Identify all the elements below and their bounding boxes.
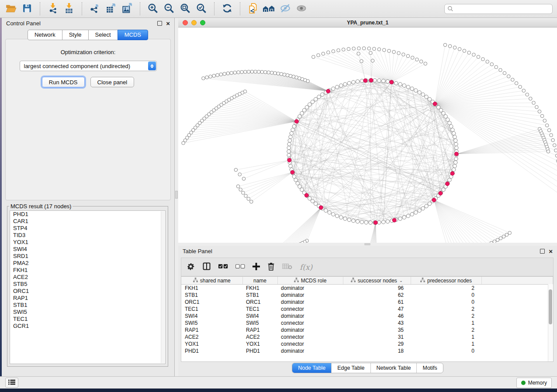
search-input[interactable] — [444, 4, 553, 14]
table-cell[interactable]: FKH1 — [242, 285, 277, 292]
mcds-result-item[interactable]: SRD1 — [10, 253, 165, 260]
tab-mcds[interactable]: MCDS — [118, 30, 148, 40]
table-cell[interactable]: 62 — [343, 292, 411, 299]
hide-selected-button[interactable] — [279, 2, 292, 15]
mcds-result-item[interactable]: STB1 — [10, 302, 165, 309]
zoom-selected-button[interactable] — [195, 2, 208, 15]
mcds-result-item[interactable]: RAP1 — [10, 295, 165, 302]
table-cell[interactable]: FKH1 — [181, 285, 242, 292]
table-cell[interactable]: connector — [277, 334, 343, 340]
table-row[interactable]: TEC1TEC1connector472 — [181, 306, 553, 313]
mcds-result-item[interactable]: SWI4 — [10, 246, 165, 253]
close-panel-button[interactable]: Close panel — [90, 77, 135, 87]
column-header-shared-name[interactable]: shared name — [181, 277, 242, 285]
table-cell[interactable]: connector — [277, 306, 343, 313]
zoom-out-button[interactable] — [163, 2, 176, 15]
splitter-grip[interactable] — [364, 243, 370, 245]
table-cell[interactable]: PHD1 — [242, 347, 277, 354]
mcds-result-item[interactable]: PMA2 — [10, 260, 165, 267]
apply-layout-button[interactable] — [221, 2, 234, 15]
table-scrollbar-thumb[interactable] — [549, 289, 552, 324]
export-table-button[interactable] — [104, 2, 118, 15]
table-cell[interactable]: PHD1 — [181, 347, 242, 354]
new-network-from-selection-button[interactable] — [246, 2, 259, 15]
table-cell[interactable]: RAP1 — [181, 327, 242, 334]
table-cell[interactable]: dominator — [277, 292, 343, 299]
table-cell[interactable]: TEC1 — [181, 306, 242, 313]
tab-edge-table[interactable]: Edge Table — [331, 363, 370, 373]
table-cell[interactable]: 47 — [343, 306, 411, 313]
table-cell[interactable]: dominator — [277, 299, 343, 306]
table-cell[interactable]: TEC1 — [242, 306, 277, 313]
table-cell[interactable]: 0 — [411, 299, 481, 306]
memory-button[interactable]: Memory — [516, 378, 552, 388]
zoom-in-button[interactable] — [146, 2, 159, 15]
mcds-result-item[interactable]: CAR1 — [10, 218, 165, 225]
tab-node-table[interactable]: Node Table — [292, 363, 331, 373]
show-columns-button[interactable] — [202, 262, 211, 272]
close-panel-icon[interactable]: × — [166, 21, 170, 26]
table-cell[interactable]: SWI4 — [242, 313, 277, 320]
table-settings-button[interactable] — [187, 262, 195, 272]
table-cell[interactable]: 2 — [411, 285, 481, 292]
table-cell[interactable]: 2 — [411, 313, 481, 320]
first-neighbors-button[interactable] — [263, 2, 276, 15]
open-file-button[interactable] — [4, 2, 17, 15]
table-cell[interactable]: 61 — [343, 299, 411, 306]
table-row[interactable]: STB1STB1dominator620 — [181, 292, 553, 299]
mcds-result-item[interactable]: FKH1 — [10, 267, 165, 274]
table-row[interactable]: RAP1RAP1dominator352 — [181, 327, 553, 334]
table-row[interactable]: YOX1YOX1connector291 — [181, 340, 553, 347]
table-cell[interactable]: connector — [277, 340, 343, 347]
save-session-button[interactable] — [21, 2, 34, 15]
criterion-select[interactable]: largest connected component (undirected) — [20, 61, 157, 71]
table-cell[interactable]: 1 — [411, 334, 481, 340]
unselect-all-button[interactable] — [235, 264, 245, 270]
table-cell[interactable]: SWI4 — [181, 313, 242, 320]
mcds-result-list[interactable]: PHD1CAR1STP4TID3YOX1SWI4SRD1PMA2FKH1ACE2… — [10, 210, 166, 364]
table-cell[interactable]: 2 — [411, 306, 481, 313]
tab-network[interactable]: Network — [28, 30, 62, 40]
mcds-result-item[interactable]: ORC1 — [10, 288, 165, 295]
table-cell[interactable]: 0 — [411, 292, 481, 299]
table-cell[interactable]: ORC1 — [181, 299, 242, 306]
mcds-result-item[interactable]: GCR1 — [10, 323, 165, 330]
splitter-grip[interactable] — [175, 191, 178, 199]
table-row[interactable]: ORC1ORC1dominator610 — [181, 299, 553, 306]
table-cell[interactable]: 96 — [343, 285, 411, 292]
table-cell[interactable]: 18 — [343, 347, 411, 354]
delete-rows-button[interactable] — [267, 262, 275, 272]
mcds-result-item[interactable]: TEC1 — [10, 316, 165, 323]
table-cell[interactable]: 2 — [411, 327, 481, 334]
table-cell[interactable]: dominator — [277, 285, 343, 292]
network-graph[interactable] — [178, 28, 557, 243]
column-header-successor-nodes[interactable]: successor nodes⌄ — [343, 277, 411, 285]
table-cell[interactable]: dominator — [277, 327, 343, 334]
float-panel-icon[interactable] — [540, 249, 545, 254]
import-network-button[interactable] — [46, 2, 59, 15]
tab-motifs[interactable]: Motifs — [416, 363, 443, 373]
table-row[interactable]: FKH1FKH1dominator962 — [181, 285, 553, 292]
mcds-result-item[interactable]: ACE2 — [10, 274, 165, 281]
export-image-button[interactable] — [121, 2, 134, 15]
sort-chevron-icon[interactable]: ⌄ — [399, 278, 403, 283]
tab-style[interactable]: Style — [62, 30, 89, 40]
network-canvas[interactable] — [178, 28, 557, 243]
table-cell[interactable]: 35 — [343, 327, 411, 334]
table-cell[interactable]: dominator — [277, 347, 343, 354]
mcds-result-item[interactable]: TID3 — [10, 232, 165, 239]
zoom-fit-button[interactable] — [179, 2, 192, 15]
table-cell[interactable]: ACE2 — [242, 334, 277, 340]
close-panel-icon[interactable]: × — [549, 249, 553, 254]
table-cell[interactable]: SWI5 — [242, 320, 277, 327]
mcds-result-item[interactable]: SWI5 — [10, 309, 165, 316]
run-mcds-button[interactable]: Run MCDS — [42, 77, 85, 87]
mcds-list-scrollbar[interactable] — [161, 211, 165, 363]
show-all-button[interactable] — [295, 2, 308, 15]
table-cell[interactable]: 29 — [343, 340, 411, 347]
tab-network-table[interactable]: Network Table — [370, 363, 417, 373]
task-history-button[interactable] — [5, 378, 18, 388]
table-cell[interactable]: SWI5 — [181, 320, 242, 327]
float-panel-icon[interactable] — [157, 21, 162, 26]
table-cell[interactable]: STB1 — [242, 292, 277, 299]
